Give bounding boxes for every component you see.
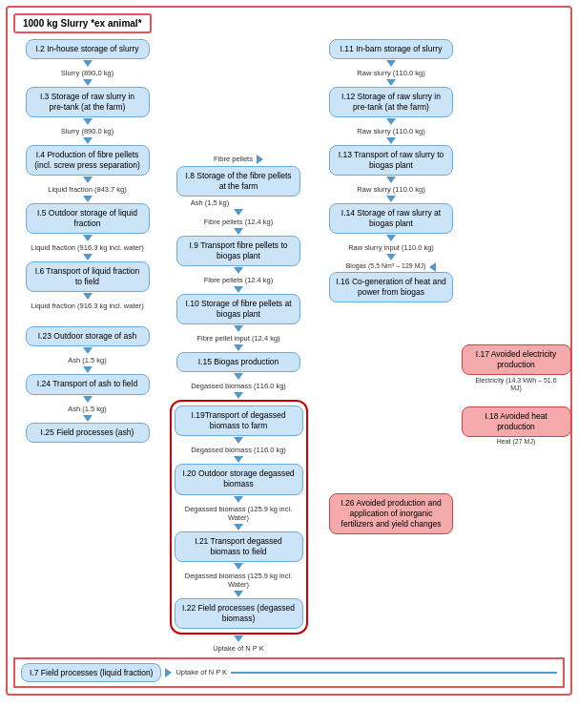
arrow-down	[234, 635, 243, 642]
bottom-bar: I.7 Field processes (liquid fraction) Up…	[13, 657, 565, 688]
node-I11: I.11 In-barn storage of slurry	[329, 39, 453, 59]
flow-uptake2: Uptake of N P K	[213, 644, 264, 653]
arrow-down	[83, 396, 93, 403]
hline-bottom	[231, 672, 557, 674]
flow-fibre-pellets-label: Fibre pellets	[214, 155, 253, 163]
flow-rawslurry110a: Raw slurry (110.0 kg)	[357, 69, 424, 77]
flow-uptake1: Uptake of N P K	[175, 668, 227, 676]
node-I15: I.15 Biogas production	[176, 352, 300, 372]
arrow-down	[386, 254, 396, 260]
flow-ash15c: Ash (1.5 kg)	[68, 405, 106, 413]
arrow-down	[83, 415, 93, 422]
arrow-down	[234, 267, 243, 274]
flow-fibre-input: Fibre pellet input (12.4 kg)	[196, 334, 279, 343]
flow-electricity: Electricity (14.3 kWh – 51.6 MJ)	[470, 377, 562, 393]
arrow-left-biogas	[429, 262, 436, 272]
arrow-down	[83, 177, 93, 183]
arrow-right	[257, 155, 263, 164]
node-I12: I.12 Storage of raw slurry in pre-tank (…	[329, 87, 453, 117]
arrow-down	[234, 563, 243, 570]
column-1: I.2 In-house storage of slurry Slurry (8…	[13, 39, 161, 654]
arrow-down	[386, 196, 396, 202]
node-I21: I.21 Transport degassed biomass to field	[175, 531, 303, 562]
arrow-down	[83, 60, 93, 67]
node-I4: I.4 Production of fibre pellets (incl. s…	[26, 145, 150, 176]
flow-fibre124b: Fibre pellets (12.4 kg)	[204, 276, 274, 284]
node-I20: I.20 Outdoor storage degassed biomass	[175, 464, 303, 494]
node-I17: I.17 Avoided electricity production	[462, 344, 571, 375]
flow-rawslurry-input: Raw slurry input (110.0 kg)	[348, 243, 434, 252]
flow-fibre124a: Fibre pellets (12.4 kg)	[204, 218, 274, 226]
column-3: I.11 In-barn storage of slurry Raw slurr…	[316, 39, 466, 654]
column-4: I.17 Avoided electricity production Elec…	[468, 39, 564, 654]
node-I24: I.24 Transport of ash to field	[26, 374, 150, 394]
arrow-down	[234, 228, 243, 235]
node-I10: I.10 Storage of fibre pellets at biogas …	[176, 294, 300, 324]
flow-heat: Heat (27 MJ)	[497, 438, 535, 446]
flow-degassed125b: Degassed biomass (125.9 kg incl. Water)	[175, 572, 302, 589]
node-I23: I.23 Outdoor storage of ash	[26, 326, 150, 346]
arrow-down	[234, 373, 243, 380]
node-I14: I.14 Storage of raw slurry at biogas pla…	[329, 203, 453, 234]
arrow-down	[386, 177, 396, 183]
arrow-down	[234, 286, 243, 293]
arrow-down	[83, 347, 93, 354]
node-I18: I.18 Avoided heat production	[462, 406, 571, 437]
diagram-title: 1000 kg Slurry *ex animal*	[13, 13, 152, 33]
node-I2: I.2 In-house storage of slurry	[26, 39, 150, 59]
flow-ash15b: Ash (1.5 kg)	[68, 356, 106, 364]
arrow-down	[83, 118, 93, 125]
flow-slurry890a: Slurry (890.0 kg)	[61, 69, 114, 77]
arrow-down	[386, 79, 396, 86]
node-I13: I.13 Transport of raw slurry to biogas p…	[329, 145, 453, 176]
node-I16: I.16 Co-generation of heat and power fro…	[329, 272, 453, 302]
node-I26: I.26 Avoided production and application …	[329, 493, 453, 534]
arrow-down	[386, 235, 396, 241]
arrow-down	[234, 591, 243, 597]
arrow-down	[234, 344, 243, 351]
flow-liquid843: Liquid fraction (843.7 kg)	[48, 185, 127, 194]
arrow-down	[234, 456, 243, 463]
arrow-down	[234, 392, 243, 399]
arrow-down	[83, 235, 93, 241]
arrow-down	[83, 79, 93, 86]
node-I6: I.6 Transport of liquid fraction to fiel…	[26, 261, 150, 292]
flow-liquid916a: Liquid fraction (916.3 kg incl. water)	[31, 243, 143, 252]
flow-degassed116b: Degassed biomass (116.0 kg)	[191, 446, 286, 454]
column-2: Fibre pellets I.8 Storage of the fibre p…	[163, 39, 314, 654]
red-circle-group: I.19Transport of degassed biomass to far…	[170, 400, 308, 634]
arrow-down	[83, 254, 93, 260]
node-I3: I.3 Storage of raw slurry in pre-tank (a…	[26, 87, 150, 117]
diagram-container: 1000 kg Slurry *ex animal* I.2 In-house …	[0, 0, 578, 728]
arrow-down	[234, 496, 243, 503]
flow-biogas: Biogas (5.5 Nm³ – 129 MJ)	[346, 262, 426, 270]
flow-rawslurry110c: Raw slurry (110.0 kg)	[357, 185, 424, 194]
flow-rawslurry110b: Raw slurry (110.0 kg)	[357, 127, 424, 135]
arrow-down	[386, 118, 396, 125]
arrow-down	[234, 209, 243, 216]
arrow-down	[83, 293, 93, 300]
arrow-down	[234, 524, 243, 530]
node-I19: I.19Transport of degassed biomass to far…	[175, 406, 303, 436]
outer-box: 1000 kg Slurry *ex animal* I.2 In-house …	[6, 6, 572, 696]
node-I22: I.22 Field processes (degassed biomass)	[175, 598, 303, 629]
flow-ash15a-label: Ash (1.5 kg)	[191, 198, 229, 207]
arrow-down	[386, 60, 396, 67]
arrow-right-uptake1	[165, 668, 172, 677]
arrow-down	[83, 196, 93, 202]
flow-degassed125a: Degassed biomass (125.9 kg incl. Water)	[175, 505, 302, 522]
arrow-down	[83, 366, 93, 373]
node-I8: I.8 Storage of the fibre pellets at the …	[176, 166, 300, 197]
flow-liquid916b: Liquid fraction (916.3 kg incl. water)	[31, 302, 143, 310]
node-I7: I.7 Field processes (liquid fraction)	[21, 663, 161, 682]
arrow-down	[386, 137, 396, 144]
arrow-down	[234, 325, 243, 332]
flow-slurry890b: Slurry (890.0 kg)	[61, 127, 114, 135]
main-layout: I.2 In-house storage of slurry Slurry (8…	[13, 39, 565, 654]
arrow-down	[83, 137, 93, 144]
arrow-down	[234, 437, 243, 444]
node-I25: I.25 Field processes (ash)	[26, 423, 150, 443]
flow-degassed116a: Degassed biomass (116.0 kg)	[191, 382, 286, 390]
node-I9: I.9 Transport fibre pellets to biogas pl…	[176, 236, 300, 266]
node-I5: I.5 Outdoor storage of liquid fraction	[26, 203, 150, 234]
